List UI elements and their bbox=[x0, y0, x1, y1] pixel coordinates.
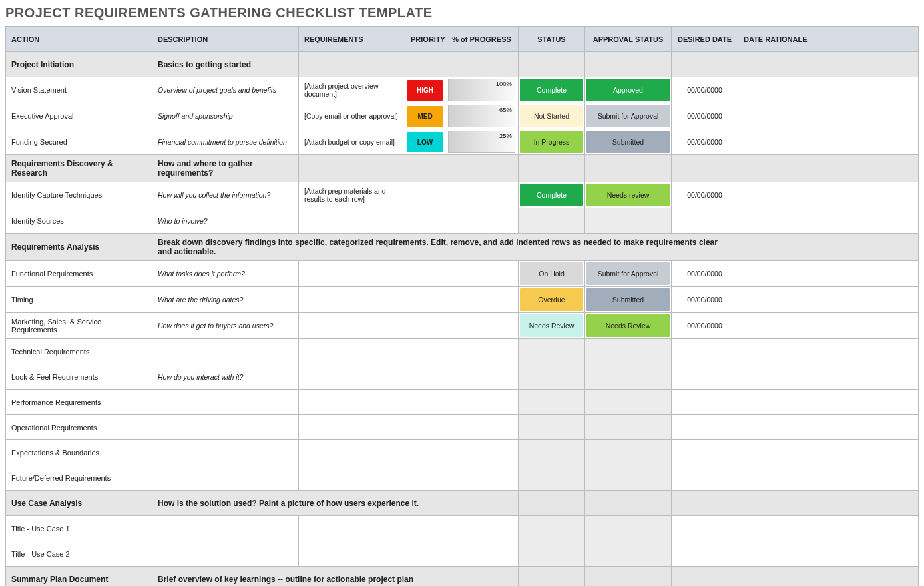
cell-action[interactable]: Funding Secured bbox=[6, 129, 152, 155]
cell-priority[interactable] bbox=[405, 415, 445, 440]
cell-priority[interactable] bbox=[405, 313, 445, 339]
cell-status[interactable]: Overdue bbox=[519, 287, 585, 313]
cell-priority[interactable] bbox=[405, 465, 445, 491]
cell-rationale[interactable] bbox=[738, 390, 919, 415]
cell-action[interactable]: Operational Requirements bbox=[6, 415, 152, 440]
cell-desc[interactable] bbox=[152, 440, 299, 465]
cell-action[interactable]: Look & Feel Requirements bbox=[6, 364, 152, 390]
cell-req[interactable] bbox=[299, 287, 405, 313]
cell-rationale[interactable] bbox=[738, 261, 919, 287]
cell-action[interactable]: Title - Use Case 1 bbox=[6, 516, 152, 541]
cell-status[interactable] bbox=[519, 440, 585, 465]
cell-progress[interactable] bbox=[445, 287, 519, 313]
cell-progress[interactable]: 65% bbox=[445, 103, 519, 129]
cell-desc[interactable]: Signoff and sponsorship bbox=[152, 103, 299, 129]
cell-approval[interactable]: Submit for Approval bbox=[585, 261, 672, 287]
cell-action[interactable]: Expectations & Boundaries bbox=[6, 440, 152, 465]
cell-desc[interactable] bbox=[152, 390, 299, 415]
cell-approval[interactable] bbox=[585, 339, 672, 364]
cell-desc[interactable]: Who to involve? bbox=[152, 208, 299, 234]
cell-action[interactable]: Technical Requirements bbox=[6, 339, 152, 364]
cell-rationale[interactable] bbox=[738, 103, 919, 129]
cell-action[interactable]: Marketing, Sales, & Service Requirements bbox=[6, 313, 152, 339]
cell-progress[interactable] bbox=[445, 339, 519, 364]
cell-req[interactable] bbox=[299, 465, 405, 491]
cell-req[interactable] bbox=[299, 313, 405, 339]
cell-status[interactable] bbox=[519, 415, 585, 440]
cell-priority[interactable] bbox=[405, 182, 445, 208]
cell-priority[interactable] bbox=[405, 261, 445, 287]
cell-approval[interactable] bbox=[585, 364, 672, 390]
cell-priority[interactable] bbox=[405, 208, 445, 234]
cell-status[interactable]: Complete bbox=[519, 182, 585, 208]
cell-rationale[interactable] bbox=[738, 465, 919, 491]
cell-status[interactable] bbox=[519, 364, 585, 390]
cell-action[interactable]: Functional Requirements bbox=[6, 261, 152, 287]
cell-rationale[interactable] bbox=[738, 339, 919, 364]
cell-progress[interactable] bbox=[445, 364, 519, 390]
cell-approval[interactable] bbox=[585, 516, 672, 541]
cell-desc[interactable]: Financial commitment to pursue definitio… bbox=[152, 129, 299, 155]
cell-date[interactable] bbox=[672, 516, 738, 541]
cell-req[interactable] bbox=[299, 364, 405, 390]
cell-req[interactable] bbox=[299, 440, 405, 465]
cell-desc[interactable]: How does it get to buyers and users? bbox=[152, 313, 299, 339]
cell-rationale[interactable] bbox=[738, 208, 919, 234]
cell-action[interactable]: Executive Approval bbox=[6, 103, 152, 129]
cell-approval[interactable]: Submitted bbox=[585, 287, 672, 313]
cell-approval[interactable]: Needs Review bbox=[585, 313, 672, 339]
cell-date[interactable] bbox=[672, 541, 738, 567]
cell-action[interactable]: Timing bbox=[6, 287, 152, 313]
cell-progress[interactable] bbox=[445, 390, 519, 415]
cell-req[interactable] bbox=[299, 415, 405, 440]
cell-rationale[interactable] bbox=[738, 541, 919, 567]
cell-req[interactable]: [Copy email or other approval] bbox=[299, 103, 405, 129]
cell-action[interactable]: Identify Capture Techniques bbox=[6, 182, 152, 208]
cell-status[interactable] bbox=[519, 541, 585, 567]
cell-req[interactable] bbox=[299, 390, 405, 415]
cell-progress[interactable] bbox=[445, 541, 519, 567]
cell-status[interactable] bbox=[519, 339, 585, 364]
cell-status[interactable] bbox=[519, 208, 585, 234]
cell-priority[interactable] bbox=[405, 364, 445, 390]
cell-priority[interactable]: HIGH bbox=[405, 77, 445, 103]
cell-date[interactable] bbox=[672, 390, 738, 415]
cell-req[interactable] bbox=[299, 339, 405, 364]
cell-rationale[interactable] bbox=[738, 77, 919, 103]
cell-req[interactable] bbox=[299, 541, 405, 567]
cell-approval[interactable]: Approved bbox=[585, 77, 672, 103]
cell-rationale[interactable] bbox=[738, 364, 919, 390]
cell-priority[interactable] bbox=[405, 390, 445, 415]
cell-desc[interactable]: How will you collect the information? bbox=[152, 182, 299, 208]
cell-desc[interactable]: Overview of project goals and benefits bbox=[152, 77, 299, 103]
cell-approval[interactable]: Submitted bbox=[585, 129, 672, 155]
cell-progress[interactable] bbox=[445, 440, 519, 465]
cell-rationale[interactable] bbox=[738, 440, 919, 465]
cell-date[interactable] bbox=[672, 364, 738, 390]
cell-action[interactable]: Identify Sources bbox=[6, 208, 152, 234]
cell-progress[interactable] bbox=[445, 516, 519, 541]
cell-date[interactable] bbox=[672, 339, 738, 364]
cell-progress[interactable] bbox=[445, 261, 519, 287]
cell-status[interactable]: Complete bbox=[519, 77, 585, 103]
cell-date[interactable] bbox=[672, 208, 738, 234]
cell-rationale[interactable] bbox=[738, 287, 919, 313]
cell-date[interactable]: 00/00/0000 bbox=[672, 261, 738, 287]
cell-priority[interactable] bbox=[405, 339, 445, 364]
cell-desc[interactable] bbox=[152, 415, 299, 440]
cell-progress[interactable] bbox=[445, 465, 519, 491]
cell-priority[interactable] bbox=[405, 287, 445, 313]
cell-status[interactable] bbox=[519, 390, 585, 415]
cell-desc[interactable]: What are the driving dates? bbox=[152, 287, 299, 313]
cell-date[interactable]: 00/00/0000 bbox=[672, 77, 738, 103]
cell-date[interactable] bbox=[672, 440, 738, 465]
cell-approval[interactable] bbox=[585, 440, 672, 465]
cell-date[interactable]: 00/00/0000 bbox=[672, 103, 738, 129]
cell-approval[interactable] bbox=[585, 541, 672, 567]
cell-progress[interactable] bbox=[445, 182, 519, 208]
cell-req[interactable] bbox=[299, 261, 405, 287]
cell-priority[interactable] bbox=[405, 541, 445, 567]
cell-rationale[interactable] bbox=[738, 415, 919, 440]
cell-req[interactable] bbox=[299, 208, 405, 234]
cell-action[interactable]: Title - Use Case 2 bbox=[6, 541, 152, 567]
